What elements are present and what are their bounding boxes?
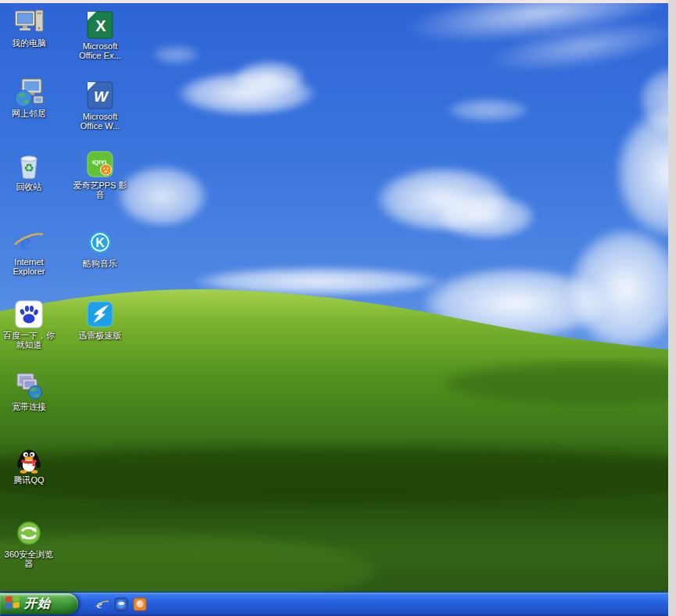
desktop-icon-network-places[interactable]: 网上邻居 [0,77,63,118]
svg-text:e: e [20,228,30,254]
icon-label: Internet Explorer [0,257,63,276]
desktop-icon-internet-explorer[interactable]: e Internet Explorer [0,225,63,276]
quick-launch-media-app-icon[interactable] [133,597,147,611]
broadband-connection-icon [13,370,45,401]
360-browser-icon [13,518,45,549]
desktop-icon-word[interactable]: W Microsoft Office W... [66,80,134,131]
quick-launch-globe-app-icon[interactable] [114,597,128,611]
screenshot-right-border [668,0,676,616]
desktop-icon-kugou-music[interactable]: K 酷狗音乐 [66,227,134,268]
desktop-icon-iqiyi-pps[interactable]: iQIYI 爱奇艺PPS 影 音 [66,149,134,199]
excel-icon: X [84,9,116,41]
icon-label: Microsoft Office Ex... [66,41,134,60]
cloud [234,61,305,94]
start-button[interactable]: 开始 [0,593,78,614]
icon-label: 网上邻居 [0,109,63,118]
kugou-music-icon: K [84,227,116,258]
network-places-icon [13,77,45,108]
icon-label: 迅雷极速版 [66,331,134,340]
thunder-bird-icon [84,299,116,330]
word-icon: W [84,80,116,111]
recycle-bin-icon: ♻ [13,150,45,181]
iqiyi-pps-icon: iQIYI [84,149,116,180]
icon-label: 百度一下，你 就知道 [0,331,63,349]
my-computer-icon [13,6,45,38]
icon-label: Microsoft Office W... [66,112,134,131]
svg-text:W: W [94,88,109,105]
svg-text:X: X [95,17,106,34]
desktop-icon-excel[interactable]: X Microsoft Office Ex... [66,9,134,60]
desktop-icon-my-computer[interactable]: 我的电脑 [0,6,63,48]
icon-label: 我的电脑 [0,38,63,48]
icon-label: 360安全浏览 器 [0,550,63,568]
taskbar: 开始 e [0,592,676,616]
baidu-paw-icon [13,299,45,330]
qq-penguin-icon [13,443,45,475]
svg-text:♻: ♻ [23,161,34,174]
quick-launch-internet-explorer-icon[interactable]: e [95,597,109,611]
cloud [152,45,199,64]
icon-label: 回收站 [0,182,63,192]
icon-label: 宽带连接 [0,402,63,411]
desktop-icon-thunder[interactable]: 迅雷极速版 [66,299,134,340]
desktop-icon-baidu[interactable]: 百度一下，你 就知道 [0,299,63,349]
windows-flag-icon [5,596,20,612]
desktop-icon-broadband[interactable]: 宽带连接 [0,370,63,411]
desktop-icon-tencent-qq[interactable]: 腾讯QQ [0,443,63,485]
desktop-icon-360-safe-browser[interactable]: 360安全浏览 器 [0,518,63,568]
cloud [438,194,535,239]
start-button-label: 开始 [24,596,51,612]
icon-label: 腾讯QQ [0,475,63,485]
cloud [447,98,529,122]
svg-text:K: K [95,236,105,249]
icon-label: 爱奇艺PPS 影 音 [66,181,134,199]
screenshot-top-border [0,0,676,3]
internet-explorer-icon: e [13,225,45,256]
desktop-icon-recycle-bin[interactable]: ♻ 回收站 [0,150,63,192]
xp-desktop-screen: 我的电脑 网上邻居 ♻ 回收站 [0,0,676,616]
quick-launch-bar: e [95,593,147,616]
icon-label: 酷狗音乐 [66,259,134,268]
